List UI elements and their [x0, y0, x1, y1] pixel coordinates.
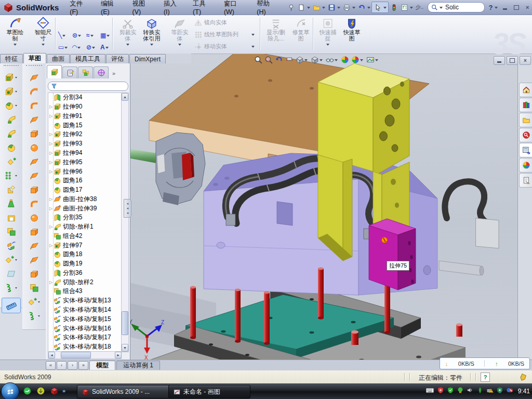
last-view-button[interactable]: [274, 55, 284, 64]
design-checker-icon[interactable]: [399, 2, 409, 12]
revolved-surface-button[interactable]: [22, 84, 46, 98]
tree-item[interactable]: 组合42: [48, 231, 121, 241]
next-tab-button[interactable]: ›: [68, 361, 77, 370]
tab-motion-study[interactable]: 运动算例 1: [116, 361, 160, 370]
rebuild-traffic-light-icon[interactable]: [389, 2, 399, 12]
tree-item[interactable]: ▷拉伸91: [48, 112, 121, 121]
expand-arrow-icon[interactable]: ▷: [48, 151, 54, 155]
print-icon[interactable]: [341, 2, 352, 12]
last-tab-button[interactable]: »: [78, 361, 88, 370]
menu-insert[interactable]: 插入(I): [158, 0, 186, 17]
scroll-up-button[interactable]: ▲: [122, 93, 128, 101]
tray-input-keyboard-icon[interactable]: [425, 386, 434, 397]
previous-tab-button[interactable]: ‹: [57, 361, 66, 370]
lofted-surface-button[interactable]: [22, 112, 46, 126]
view-palette-tab[interactable]: [519, 143, 532, 157]
save-icon[interactable]: [326, 2, 337, 12]
expand-arrow-icon[interactable]: ▷: [48, 160, 54, 165]
tab-草图[interactable]: 草图: [23, 53, 46, 63]
sketch-circle-icon[interactable]: ⊙: [72, 32, 82, 39]
fillet-button[interactable]: [0, 98, 22, 112]
revolved-cut-button[interactable]: [0, 140, 22, 154]
tree-item[interactable]: ▷拉伸95: [48, 157, 121, 167]
expand-arrow-icon[interactable]: ▷: [48, 114, 54, 118]
restore-button[interactable]: [512, 4, 521, 11]
sketch-line-icon[interactable]: ╲: [58, 32, 66, 39]
tag-icon[interactable]: [518, 373, 528, 383]
design-library-tab[interactable]: [519, 98, 532, 112]
side-insert-block[interactable]: [369, 219, 416, 290]
tray-license-badge-icon[interactable]: [457, 387, 464, 396]
tree-item[interactable]: 圆角18: [48, 250, 121, 259]
panel-tabs-more[interactable]: »: [112, 70, 115, 78]
draft-button[interactable]: [0, 196, 22, 210]
taskbar-button-solidworks[interactable]: SolidWorks 2009 - ...: [77, 385, 174, 398]
shell-button[interactable]: [0, 210, 22, 224]
move-face-button[interactable]: [22, 238, 46, 252]
graphics-viewport[interactable]: Y Z X 拉伸75: [128, 54, 517, 360]
delete-face-button[interactable]: [22, 210, 46, 224]
menu-view[interactable]: 视图(V): [126, 0, 156, 17]
knit-surface-button[interactable]: [22, 182, 46, 196]
tree-item[interactable]: ▷拉伸94: [48, 149, 121, 158]
tree-item[interactable]: ▷切除-放样2: [48, 277, 121, 287]
sketch-button[interactable]: 草图绘 制: [2, 17, 28, 51]
swept-boss-button[interactable]: [0, 112, 22, 126]
propertymanager-tab[interactable]: [62, 66, 77, 78]
tray-health-shield-icon[interactable]: [496, 387, 503, 396]
ejector-pin[interactable]: [439, 261, 484, 275]
tab-model[interactable]: 模型: [89, 361, 115, 370]
tree-item[interactable]: 分割34: [48, 93, 121, 102]
menu-file[interactable]: 文件(F): [64, 0, 94, 17]
search-caret-icon[interactable]: [440, 7, 443, 10]
tree-item[interactable]: 圆角15: [48, 121, 121, 130]
configurationmanager-tab[interactable]: [78, 66, 93, 78]
move-copy-body-button[interactable]: [0, 238, 22, 252]
tree-item[interactable]: 实体-移动/复制16: [48, 324, 121, 333]
tab-DimXpert[interactable]: DimXpert: [129, 54, 166, 63]
expand-arrow-icon[interactable]: ▷: [48, 206, 54, 211]
tree-item[interactable]: 分割35: [48, 213, 121, 222]
camera-views-button[interactable]: [366, 55, 380, 64]
scroll-right-button[interactable]: ►: [115, 352, 122, 358]
save-caret-icon[interactable]: [337, 7, 340, 10]
fillet-surface-button[interactable]: [22, 196, 46, 210]
expand-arrow-icon[interactable]: ▷: [48, 132, 54, 137]
tree-item[interactable]: ▷切除-放样1: [48, 222, 121, 232]
panel-splitter-handle[interactable]: ◂◂◂: [124, 199, 131, 218]
minimize-button[interactable]: [501, 4, 510, 11]
solidworks-resources-tab[interactable]: [519, 83, 532, 97]
sketch-text-icon[interactable]: A: [100, 44, 110, 51]
scroll-down-button[interactable]: ▼: [122, 344, 128, 352]
extruded-boss-button[interactable]: [0, 70, 22, 84]
tab-特征[interactable]: 特征: [0, 54, 23, 63]
planar-surface-button[interactable]: [22, 154, 46, 168]
combine-button[interactable]: [0, 224, 22, 238]
tree-item[interactable]: 组合43: [48, 287, 121, 296]
convert-entities-button[interactable]: 转换实 体引用: [139, 18, 164, 47]
sketch-selection-box-icon[interactable]: ▦: [100, 32, 111, 39]
offset-surface-button[interactable]: [22, 252, 46, 267]
helix-button[interactable]: [22, 309, 46, 323]
quicklaunch-more[interactable]: »: [62, 388, 65, 394]
tree-horizontal-scrollbar[interactable]: ◄ ►: [48, 351, 122, 359]
tree-item[interactable]: 实体-移动/复制17: [48, 333, 121, 342]
scroll-thumb-h[interactable]: [61, 352, 91, 358]
tree-item[interactable]: 实体-移动/复制13: [48, 296, 121, 305]
tab-模具工具[interactable]: 模具工具: [70, 54, 105, 63]
tree-item[interactable]: 圆角17: [48, 185, 121, 195]
tray-antivirus-icon[interactable]: [437, 387, 444, 396]
expand-arrow-icon[interactable]: ▷: [48, 141, 54, 146]
tray-network-warning-icon[interactable]: [486, 387, 494, 396]
extend-surface-button[interactable]: [22, 168, 46, 182]
solidworks-search-tab[interactable]: [519, 128, 532, 142]
reference-plane-button[interactable]: [0, 267, 22, 281]
search-input[interactable]: Solic: [428, 2, 485, 12]
help-button[interactable]: ?: [489, 4, 493, 11]
open-document-icon[interactable]: [311, 2, 322, 12]
tree-filter-input[interactable]: [48, 82, 128, 91]
menu-tools[interactable]: 工具(T): [187, 0, 217, 17]
select-icon[interactable]: [373, 2, 383, 12]
open-document-caret-icon[interactable]: [322, 7, 325, 10]
start-button[interactable]: [1, 382, 19, 399]
